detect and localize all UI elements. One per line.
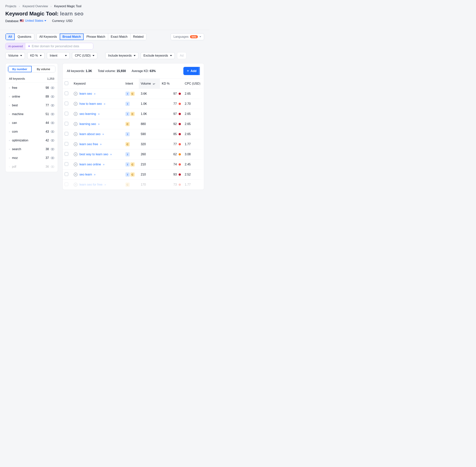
kd-difficulty-dot [179, 113, 181, 115]
row-checkbox[interactable] [64, 142, 68, 146]
double-chevron-icon[interactable]: » [104, 102, 105, 105]
filter-volume[interactable]: Volume [5, 52, 25, 59]
scope-tab-questions[interactable]: Questions [15, 34, 34, 40]
double-chevron-icon[interactable]: » [100, 143, 102, 146]
eye-icon[interactable] [51, 148, 54, 150]
sidebar-group-com[interactable]: ›com43 [6, 127, 58, 136]
add-keyword-icon[interactable]: + [74, 183, 77, 187]
filter-include-keywords[interactable]: Include keywords [105, 52, 138, 59]
database-picker[interactable]: United States [20, 19, 46, 23]
double-chevron-icon[interactable]: » [98, 112, 100, 116]
intent-badge-c: C [125, 142, 130, 146]
match-tab-related[interactable]: Related [130, 34, 146, 40]
sidebar-sort-by-volume[interactable]: By volume [32, 66, 55, 72]
add-keyword-icon[interactable]: + [74, 122, 77, 126]
summary-total-volume: Total volume: 15,930 [98, 69, 126, 73]
match-tab-exact-match[interactable]: Exact Match [108, 34, 130, 40]
add-keyword-icon[interactable]: + [74, 173, 77, 176]
eye-icon[interactable] [51, 104, 54, 106]
double-chevron-icon[interactable]: » [94, 92, 96, 95]
row-checkbox[interactable] [64, 112, 68, 116]
col-volume[interactable]: Volume [139, 79, 160, 89]
add-keyword-icon[interactable]: + [74, 102, 77, 106]
row-checkbox[interactable] [64, 122, 68, 126]
database-label: Database: [5, 19, 19, 23]
crumb-projects[interactable]: Projects [5, 5, 16, 8]
eye-icon[interactable] [51, 166, 54, 168]
sidebar-group-optimization[interactable]: ›optimization42 [6, 136, 58, 145]
summary-all-keywords: All keywords: 1.3K [67, 69, 92, 73]
kd-value: 92 [174, 122, 177, 126]
col-intent[interactable]: Intent [124, 79, 139, 89]
eye-icon[interactable] [51, 95, 54, 98]
row-checkbox[interactable] [64, 102, 68, 105]
row-checkbox[interactable] [64, 162, 68, 166]
add-keyword-icon[interactable]: + [74, 142, 77, 146]
languages-dropdown[interactable]: Languages beta [171, 33, 204, 40]
keyword-link[interactable]: seo learn [79, 173, 92, 176]
col-keyword[interactable]: Keyword [72, 79, 123, 89]
col-kd[interactable]: KD % [160, 79, 183, 89]
eye-icon[interactable] [51, 157, 54, 159]
sidebar-sort-by-number[interactable]: By number [8, 66, 32, 72]
match-tab-all-keywords[interactable]: All Keywords [37, 34, 60, 40]
crumb-keyword-overview[interactable]: Keyword Overview [23, 5, 48, 8]
match-tab-broad-match[interactable]: Broad Match [60, 34, 84, 40]
filter-cpc[interactable]: CPC (USD) [72, 52, 97, 59]
row-checkbox[interactable] [64, 132, 68, 136]
keyword-link[interactable]: learn seo free [79, 143, 98, 146]
keyword-link[interactable]: learn seo online [79, 163, 101, 166]
keyword-link[interactable]: best way to learn seo [79, 153, 108, 156]
eye-icon[interactable] [51, 130, 54, 133]
keyword-link[interactable]: seo learning [79, 112, 96, 116]
group-term: online [12, 95, 44, 98]
sidebar-group-online[interactable]: ›online89 [6, 92, 58, 101]
sidebar-group-best[interactable]: ›best77 [6, 101, 58, 110]
double-chevron-icon[interactable]: » [94, 173, 96, 176]
keyword-link[interactable]: learn about seo [79, 132, 100, 136]
eye-icon[interactable] [51, 139, 54, 142]
add-keyword-icon[interactable]: + [74, 92, 77, 96]
row-checkbox[interactable] [64, 91, 68, 95]
row-checkbox[interactable] [64, 152, 68, 156]
add-to-list-button[interactable]: + Add [183, 67, 200, 75]
eye-icon[interactable] [51, 122, 54, 124]
sidebar-group-moz[interactable]: ›moz37 [6, 154, 58, 162]
sidebar-group-machine[interactable]: ›machine51 [6, 110, 58, 118]
sidebar-group-search[interactable]: ›search38 [6, 145, 58, 154]
eye-icon[interactable] [51, 87, 54, 89]
double-chevron-icon[interactable]: » [104, 183, 106, 186]
database-value: United States [25, 19, 43, 23]
sidebar-group-free[interactable]: ›free98 [6, 83, 58, 92]
filter-exclude-keywords[interactable]: Exclude keywords [141, 52, 175, 59]
keyword-link[interactable]: learning seo [79, 122, 96, 126]
sidebar-group-can[interactable]: ›can44 [6, 118, 58, 127]
sidebar-total-label: All keywords [9, 77, 25, 80]
sidebar-group-pdf[interactable]: ›pdf36 [6, 162, 58, 171]
match-tab-phrase-match[interactable]: Phrase Match [84, 34, 108, 40]
double-chevron-icon[interactable]: » [103, 163, 104, 166]
add-keyword-icon[interactable]: + [74, 152, 77, 156]
select-all-checkbox[interactable] [64, 81, 68, 85]
add-keyword-icon[interactable]: + [74, 112, 77, 116]
double-chevron-icon[interactable]: » [98, 122, 100, 126]
col-cpc[interactable]: CPC (USD) [183, 79, 204, 89]
add-keyword-icon[interactable]: + [74, 163, 77, 166]
row-checkbox[interactable] [64, 182, 68, 186]
add-keyword-icon[interactable]: + [74, 132, 77, 136]
double-chevron-icon[interactable]: » [102, 132, 104, 136]
row-checkbox[interactable] [64, 172, 68, 176]
keyword-link[interactable]: learn seo for free [79, 183, 102, 186]
filter-intent[interactable]: Intent [47, 52, 70, 59]
sparkle-icon: ✦ [28, 44, 30, 48]
keyword-link[interactable]: learn seo [79, 92, 92, 95]
scope-tab-all[interactable]: All [6, 34, 15, 40]
eye-icon[interactable] [51, 113, 54, 115]
double-chevron-icon[interactable]: » [110, 153, 112, 156]
keyword-link[interactable]: how to learn seo [79, 102, 102, 105]
filter-kd[interactable]: KD % [27, 52, 45, 59]
kd-difficulty-dot [179, 153, 181, 156]
filter-advanced-ghost[interactable]: Ad [177, 52, 187, 59]
ai-domain-input[interactable] [32, 45, 91, 48]
sidebar-total-row[interactable]: All keywords 1,253 [6, 75, 58, 83]
